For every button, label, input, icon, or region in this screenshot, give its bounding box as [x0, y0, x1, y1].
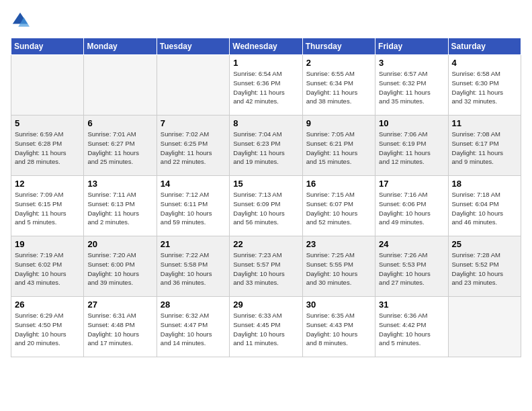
- day-number: 5: [15, 118, 80, 128]
- calendar-dow-thursday: Thursday: [302, 38, 375, 55]
- calendar-day-cell: 10Sunrise: 7:06 AMSunset: 6:19 PMDayligh…: [375, 116, 448, 176]
- day-info: Sunrise: 6:31 AMSunset: 4:48 PMDaylight:…: [87, 311, 152, 348]
- day-number: 12: [15, 179, 80, 189]
- day-number: 27: [87, 300, 152, 310]
- day-info: Sunrise: 7:16 AMSunset: 6:06 PMDaylight:…: [379, 190, 444, 227]
- day-number: 2: [306, 58, 371, 68]
- calendar-day-cell: 7Sunrise: 7:02 AMSunset: 6:25 PMDaylight…: [157, 116, 229, 176]
- day-info: Sunrise: 7:28 AMSunset: 5:52 PMDaylight:…: [452, 250, 517, 287]
- day-number: 16: [306, 179, 371, 189]
- day-number: 26: [15, 300, 80, 310]
- day-info: Sunrise: 7:20 AMSunset: 6:00 PMDaylight:…: [87, 250, 152, 287]
- day-info: Sunrise: 7:25 AMSunset: 5:55 PMDaylight:…: [306, 250, 371, 287]
- logo: [11, 11, 32, 30]
- day-number: 30: [306, 300, 371, 310]
- day-number: 17: [379, 179, 444, 189]
- calendar-day-cell: [448, 297, 521, 357]
- calendar-header-row: SundayMondayTuesdayWednesdayThursdayFrid…: [11, 38, 521, 55]
- calendar-day-cell: 18Sunrise: 7:18 AMSunset: 6:04 PMDayligh…: [448, 176, 521, 236]
- day-info: Sunrise: 7:02 AMSunset: 6:25 PMDaylight:…: [161, 130, 226, 167]
- calendar-day-cell: [84, 55, 157, 116]
- day-number: 13: [87, 179, 152, 189]
- day-info: Sunrise: 7:01 AMSunset: 6:27 PMDaylight:…: [87, 130, 152, 167]
- calendar-dow-friday: Friday: [375, 38, 448, 55]
- calendar-week-row: 26Sunrise: 6:29 AMSunset: 4:50 PMDayligh…: [11, 297, 521, 357]
- day-number: 22: [233, 239, 298, 249]
- calendar-day-cell: 1Sunrise: 6:54 AMSunset: 6:36 PMDaylight…: [230, 55, 302, 116]
- day-number: 20: [87, 239, 152, 249]
- calendar-day-cell: 27Sunrise: 6:31 AMSunset: 4:48 PMDayligh…: [84, 297, 157, 357]
- calendar-day-cell: 12Sunrise: 7:09 AMSunset: 6:15 PMDayligh…: [11, 176, 84, 236]
- day-info: Sunrise: 6:54 AMSunset: 6:36 PMDaylight:…: [233, 69, 298, 106]
- day-number: 6: [87, 118, 152, 128]
- day-number: 7: [161, 118, 226, 128]
- calendar-day-cell: [11, 55, 84, 116]
- page-header: [11, 11, 521, 30]
- calendar-day-cell: 16Sunrise: 7:15 AMSunset: 6:07 PMDayligh…: [302, 176, 375, 236]
- day-number: 24: [379, 239, 444, 249]
- calendar-day-cell: 25Sunrise: 7:28 AMSunset: 5:52 PMDayligh…: [448, 236, 521, 297]
- calendar-dow-saturday: Saturday: [448, 38, 521, 55]
- day-info: Sunrise: 6:36 AMSunset: 4:42 PMDaylight:…: [379, 311, 444, 348]
- day-number: 25: [452, 239, 517, 249]
- calendar-week-row: 19Sunrise: 7:19 AMSunset: 6:02 PMDayligh…: [11, 236, 521, 297]
- day-number: 14: [161, 179, 226, 189]
- day-number: 19: [15, 239, 80, 249]
- calendar-day-cell: 26Sunrise: 6:29 AMSunset: 4:50 PMDayligh…: [11, 297, 84, 357]
- day-info: Sunrise: 6:32 AMSunset: 4:47 PMDaylight:…: [161, 311, 226, 348]
- calendar-day-cell: 4Sunrise: 6:58 AMSunset: 6:30 PMDaylight…: [448, 55, 521, 116]
- day-number: 8: [233, 118, 298, 128]
- day-info: Sunrise: 6:57 AMSunset: 6:32 PMDaylight:…: [379, 69, 444, 106]
- day-info: Sunrise: 6:29 AMSunset: 4:50 PMDaylight:…: [15, 311, 80, 348]
- calendar-day-cell: 30Sunrise: 6:35 AMSunset: 4:43 PMDayligh…: [302, 297, 375, 357]
- day-number: 31: [379, 300, 444, 310]
- day-info: Sunrise: 7:15 AMSunset: 6:07 PMDaylight:…: [306, 190, 371, 227]
- day-number: 4: [452, 58, 517, 68]
- day-number: 23: [306, 239, 371, 249]
- calendar-day-cell: 21Sunrise: 7:22 AMSunset: 5:58 PMDayligh…: [157, 236, 229, 297]
- calendar-day-cell: 19Sunrise: 7:19 AMSunset: 6:02 PMDayligh…: [11, 236, 84, 297]
- calendar-day-cell: 9Sunrise: 7:05 AMSunset: 6:21 PMDaylight…: [302, 116, 375, 176]
- day-number: 10: [379, 118, 444, 128]
- calendar-day-cell: 23Sunrise: 7:25 AMSunset: 5:55 PMDayligh…: [302, 236, 375, 297]
- day-info: Sunrise: 7:11 AMSunset: 6:13 PMDaylight:…: [87, 190, 152, 227]
- calendar-day-cell: [157, 55, 229, 116]
- calendar-day-cell: 17Sunrise: 7:16 AMSunset: 6:06 PMDayligh…: [375, 176, 448, 236]
- calendar-day-cell: 24Sunrise: 7:26 AMSunset: 5:53 PMDayligh…: [375, 236, 448, 297]
- day-number: 11: [452, 118, 517, 128]
- calendar-week-row: 1Sunrise: 6:54 AMSunset: 6:36 PMDaylight…: [11, 55, 521, 116]
- day-number: 3: [379, 58, 444, 68]
- calendar-day-cell: 22Sunrise: 7:23 AMSunset: 5:57 PMDayligh…: [230, 236, 302, 297]
- calendar-day-cell: 5Sunrise: 6:59 AMSunset: 6:28 PMDaylight…: [11, 116, 84, 176]
- day-info: Sunrise: 6:55 AMSunset: 6:34 PMDaylight:…: [306, 69, 371, 106]
- day-info: Sunrise: 6:59 AMSunset: 6:28 PMDaylight:…: [15, 130, 80, 167]
- day-info: Sunrise: 7:12 AMSunset: 6:11 PMDaylight:…: [161, 190, 226, 227]
- calendar-day-cell: 20Sunrise: 7:20 AMSunset: 6:00 PMDayligh…: [84, 236, 157, 297]
- calendar-week-row: 5Sunrise: 6:59 AMSunset: 6:28 PMDaylight…: [11, 116, 521, 176]
- day-number: 15: [233, 179, 298, 189]
- day-number: 29: [233, 300, 298, 310]
- calendar-day-cell: 3Sunrise: 6:57 AMSunset: 6:32 PMDaylight…: [375, 55, 448, 116]
- day-info: Sunrise: 7:23 AMSunset: 5:57 PMDaylight:…: [233, 250, 298, 287]
- calendar-dow-monday: Monday: [84, 38, 157, 55]
- calendar-day-cell: 6Sunrise: 7:01 AMSunset: 6:27 PMDaylight…: [84, 116, 157, 176]
- calendar-day-cell: 29Sunrise: 6:33 AMSunset: 4:45 PMDayligh…: [230, 297, 302, 357]
- day-number: 18: [452, 179, 517, 189]
- day-number: 21: [161, 239, 226, 249]
- day-info: Sunrise: 6:33 AMSunset: 4:45 PMDaylight:…: [233, 311, 298, 348]
- day-info: Sunrise: 7:19 AMSunset: 6:02 PMDaylight:…: [15, 250, 80, 287]
- calendar-day-cell: 8Sunrise: 7:04 AMSunset: 6:23 PMDaylight…: [230, 116, 302, 176]
- day-info: Sunrise: 7:26 AMSunset: 5:53 PMDaylight:…: [379, 250, 444, 287]
- calendar-day-cell: 31Sunrise: 6:36 AMSunset: 4:42 PMDayligh…: [375, 297, 448, 357]
- calendar-day-cell: 15Sunrise: 7:13 AMSunset: 6:09 PMDayligh…: [230, 176, 302, 236]
- day-info: Sunrise: 7:13 AMSunset: 6:09 PMDaylight:…: [233, 190, 298, 227]
- day-number: 9: [306, 118, 371, 128]
- day-info: Sunrise: 7:06 AMSunset: 6:19 PMDaylight:…: [379, 130, 444, 167]
- calendar-day-cell: 2Sunrise: 6:55 AMSunset: 6:34 PMDaylight…: [302, 55, 375, 116]
- calendar-dow-tuesday: Tuesday: [157, 38, 229, 55]
- day-number: 28: [161, 300, 226, 310]
- day-info: Sunrise: 6:35 AMSunset: 4:43 PMDaylight:…: [306, 311, 371, 348]
- day-info: Sunrise: 6:58 AMSunset: 6:30 PMDaylight:…: [452, 69, 517, 106]
- day-info: Sunrise: 7:08 AMSunset: 6:17 PMDaylight:…: [452, 130, 517, 167]
- calendar-day-cell: 14Sunrise: 7:12 AMSunset: 6:11 PMDayligh…: [157, 176, 229, 236]
